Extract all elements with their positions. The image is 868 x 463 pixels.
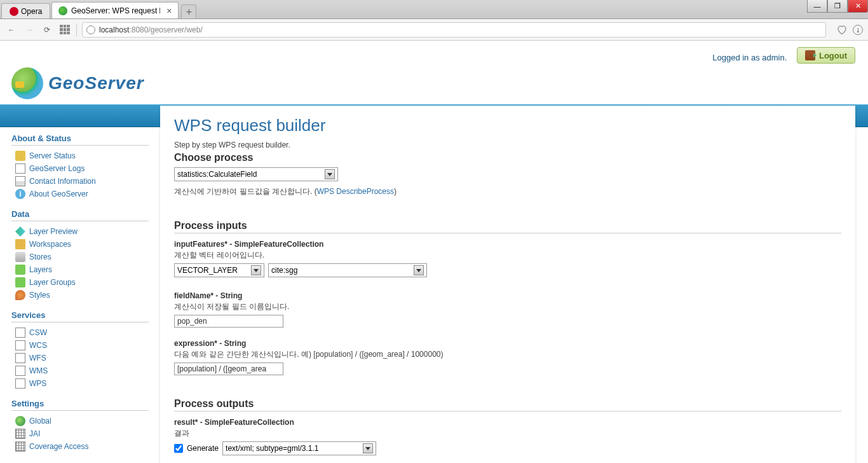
logout-button[interactable]: Logout xyxy=(797,47,855,64)
nav-reload-button[interactable]: ⟳ xyxy=(41,24,53,36)
window-minimize-button[interactable]: — xyxy=(807,0,827,13)
status-icon xyxy=(15,151,25,161)
tab-opera[interactable]: Opera xyxy=(1,3,50,18)
tab-new-button[interactable]: + xyxy=(181,4,196,18)
layer-preview-icon xyxy=(15,226,25,237)
main-panel: WPS request builder Step by step WPS req… xyxy=(160,106,855,463)
chevron-down-icon xyxy=(325,169,335,179)
sidebar-item-server-status[interactable]: Server Status xyxy=(11,149,149,162)
wfs-icon xyxy=(15,353,25,363)
result-label: result* - SimpleFeatureCollection xyxy=(174,418,841,427)
opera-icon xyxy=(10,7,18,16)
sidebar-item-about[interactable]: iAbout GeoServer xyxy=(11,188,149,200)
wps-icon xyxy=(15,378,25,389)
process-inputs-heading: Process inputs xyxy=(174,220,841,233)
sidebar-item-stores[interactable]: Stores xyxy=(11,251,149,263)
csw-icon xyxy=(15,328,25,338)
brand-title: GeoServer xyxy=(48,73,144,93)
sidebar-item-wps[interactable]: WPS xyxy=(11,377,149,390)
logo-row: GeoServer xyxy=(0,67,868,104)
sidebar-item-styles[interactable]: Styles xyxy=(11,289,149,301)
sidebar-heading-data: Data xyxy=(11,209,149,221)
layer-groups-icon xyxy=(15,277,25,287)
sidebar-item-csw[interactable]: CSW xyxy=(11,326,149,339)
chevron-down-icon xyxy=(251,265,261,275)
sidebar-heading-services: Services xyxy=(11,310,149,322)
bookmark-heart-icon[interactable] xyxy=(836,24,848,36)
sidebar-heading-settings: Settings xyxy=(11,399,149,411)
nav-forward-button[interactable]: → xyxy=(23,24,36,36)
generate-checkbox[interactable] xyxy=(174,444,183,453)
url-text: localhost:8080/geoserver/web/ xyxy=(99,25,203,34)
process-select-value: statistics:CalculateField xyxy=(177,170,257,179)
sidebar-heading-about: About & Status xyxy=(11,134,149,146)
field-name-desc: 계산식이 저장될 필드 이름입니다. xyxy=(174,301,841,312)
sidebar-item-layer-groups[interactable]: Layer Groups xyxy=(11,276,149,289)
input-layer-select[interactable]: cite:sgg xyxy=(268,263,427,277)
sidebar-item-global[interactable]: Global xyxy=(11,415,149,427)
file-icon xyxy=(15,163,25,174)
coverage-icon xyxy=(15,441,25,452)
nav-back-button[interactable]: ← xyxy=(5,24,18,36)
geoserver-page: Logged in as admin. Logout GeoServer Abo… xyxy=(0,41,868,463)
info-icon: i xyxy=(15,189,25,199)
speed-dial-button[interactable] xyxy=(58,24,71,36)
field-name-input[interactable]: pop_den xyxy=(174,315,283,328)
downloads-icon[interactable]: ↓ xyxy=(853,25,863,35)
window-close-button[interactable]: ✕ xyxy=(848,0,868,13)
tab-close-icon[interactable]: × xyxy=(166,6,172,16)
window-maximize-button[interactable]: ❐ xyxy=(827,0,848,13)
sidebar-item-workspaces[interactable]: Workspaces xyxy=(11,238,149,251)
jai-icon xyxy=(15,429,25,439)
input-features-label: inputFeatures* - SimpleFeatureCollection xyxy=(174,240,841,249)
globe-icon xyxy=(86,25,95,34)
input-type-select[interactable]: VECTOR_LAYER xyxy=(174,263,264,277)
geoserver-globe-icon xyxy=(11,67,43,99)
sidebar-item-layer-preview[interactable]: Layer Preview xyxy=(11,225,149,238)
wcs-icon xyxy=(15,340,25,350)
expression-desc: 다음 예와 같은 간단한 계산식입니다. 예) [population] / (… xyxy=(174,349,841,360)
tab-active[interactable]: GeoServer: WPS request b × xyxy=(51,2,179,18)
folder-icon xyxy=(15,239,25,249)
address-bar[interactable]: localhost:8080/geoserver/web/ xyxy=(82,22,826,38)
logout-icon xyxy=(805,50,815,60)
geoserver-logo-link[interactable]: GeoServer xyxy=(11,67,144,99)
db-icon xyxy=(15,252,25,262)
input-features-desc: 계산할 벡터 레이어입니다. xyxy=(174,250,841,261)
sidebar-item-contact[interactable]: Contact Information xyxy=(11,175,149,188)
sidebar-item-wcs[interactable]: WCS xyxy=(11,339,149,352)
tab-opera-label: Opera xyxy=(21,7,42,16)
sidebar-item-layers[interactable]: Layers xyxy=(11,263,149,276)
page-subtitle: Step by step WPS request builder. xyxy=(174,141,841,149)
generate-label: Generate xyxy=(187,444,219,453)
layers-icon xyxy=(15,265,25,275)
describe-process-link[interactable]: WPS DescribeProcess xyxy=(317,187,394,196)
logout-label: Logout xyxy=(819,51,847,60)
output-format-select[interactable]: text/xml; subtype=gml/3.1.1 xyxy=(222,441,376,455)
page-title: WPS request builder xyxy=(174,116,841,135)
sidebar-item-coverage-access[interactable]: Coverage Access xyxy=(11,440,149,453)
sidebar-item-jai[interactable]: JAI xyxy=(11,427,149,440)
result-desc: 결과 xyxy=(174,428,841,439)
expression-input[interactable]: [population] / ([geom_area xyxy=(174,363,283,375)
expression-label: expression* - String xyxy=(174,339,841,348)
chevron-down-icon xyxy=(414,265,424,275)
sidebar: About & Status Server Status GeoServer L… xyxy=(0,104,160,463)
choose-process-heading: Choose process xyxy=(174,152,841,163)
geoserver-favicon-icon xyxy=(58,6,67,15)
window-controls: — ❐ ✕ xyxy=(807,0,868,13)
sidebar-item-geoserver-logs[interactable]: GeoServer Logs xyxy=(11,162,149,175)
tab-active-title: GeoServer: WPS request b xyxy=(71,6,160,15)
process-select[interactable]: statistics:CalculateField xyxy=(174,167,338,181)
palette-icon xyxy=(15,290,25,300)
field-name-label: fieldName* - String xyxy=(174,291,841,300)
contact-icon xyxy=(15,176,25,186)
process-description: 계산식에 기반하여 필드값을 계산합니다. (WPS DescribeProce… xyxy=(174,186,841,197)
chevron-down-icon xyxy=(363,443,373,453)
login-status: Logged in as admin. xyxy=(712,53,787,62)
sidebar-item-wfs[interactable]: WFS xyxy=(11,352,149,364)
browser-tab-bar: Opera GeoServer: WPS request b × + — ❐ ✕ xyxy=(0,0,868,19)
global-icon xyxy=(15,416,25,426)
sidebar-item-wms[interactable]: WMS xyxy=(11,364,149,377)
top-bar: Logged in as admin. Logout xyxy=(0,41,868,67)
